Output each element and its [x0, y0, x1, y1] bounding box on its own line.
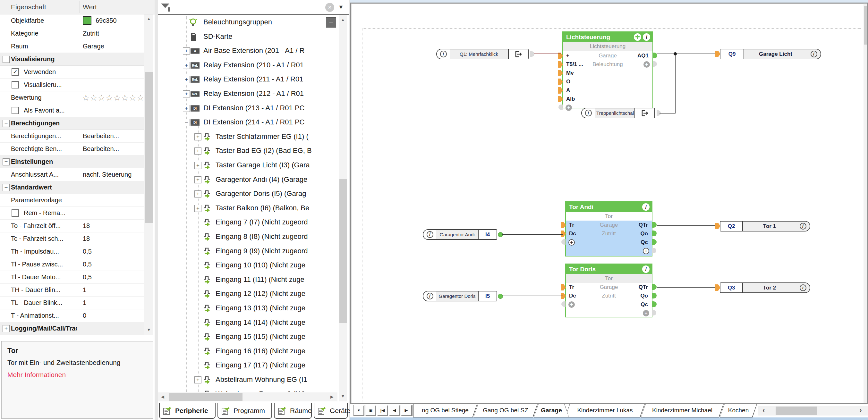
input-connector[interactable]	[558, 87, 563, 94]
tree-item[interactable]: Eingang 14 (I14) (Nicht zuge	[158, 316, 336, 330]
scroll-down-icon[interactable]: ▼	[339, 394, 347, 398]
tree-item[interactable]: +ReLRelay Extension (212 - A1 / R01	[158, 87, 336, 101]
tree-item[interactable]: +Abstellraum Wohnung EG (I1	[158, 373, 336, 387]
actuator-pill-q9[interactable]: Q9Garage Lichti	[720, 49, 821, 59]
expand-icon[interactable]: +	[3, 325, 10, 332]
property-value[interactable]: 1	[83, 286, 86, 294]
scroll-right-icon[interactable]: ▶	[328, 394, 336, 399]
block-header[interactable]: Lichtsteuerungi✚	[563, 32, 652, 42]
scroll-right-icon[interactable]: ›	[855, 406, 866, 416]
info-icon[interactable]: i	[800, 284, 806, 291]
property-value[interactable]: Garage	[83, 43, 104, 50]
tree-item[interactable]: +ReLRelay Extension (211 - A1 / R01	[158, 72, 336, 87]
property-group-row[interactable]: +Logging/Mail/Call/Track	[0, 322, 145, 335]
property-value[interactable]: 1	[83, 299, 86, 306]
properties-scrollbar[interactable]: ▲ ▼	[144, 14, 153, 335]
scrollbar-thumb[interactable]	[339, 179, 347, 323]
scrollbar-thumb[interactable]	[169, 393, 243, 401]
page-tab-kinderzimmer-michael[interactable]: Kinderzimmer Michael	[641, 404, 724, 417]
move-icon[interactable]: ✚	[634, 33, 641, 41]
tree-item[interactable]: Eingang 12 (I12) (Nicht zuge	[158, 287, 336, 301]
property-row[interactable]: KategorieZutritt	[0, 27, 145, 40]
tree-item[interactable]: Eingang 8 (I8) (Nicht zugeord	[158, 230, 336, 244]
checkbox[interactable]	[11, 209, 19, 217]
tree-item[interactable]: Eingang 13 (I13) (Nicht zuge	[158, 301, 336, 316]
function-block-andi[interactable]: Tor AndiiTorTrDc+GarageZutrittQTrQoQc+	[565, 201, 652, 257]
sensor-pill-i5[interactable]: iGaragentor DorisI5	[423, 291, 497, 301]
tree-item[interactable]: +Taster Bad EG (I2) (Bad EG, B	[158, 144, 336, 158]
collapse-icon[interactable]: −	[3, 184, 10, 191]
info-icon[interactable]: i	[643, 33, 650, 41]
expand-icon[interactable]: +	[183, 90, 190, 97]
scroll-up-icon[interactable]: ▲	[144, 17, 153, 21]
sensor-pill-q1[interactable]: iQ1: Mehrfachklick	[436, 49, 529, 59]
property-group-row[interactable]: −Berechtigungen	[0, 117, 145, 130]
input-connector[interactable]	[561, 222, 566, 228]
collapse-all-button[interactable]: −	[326, 17, 336, 28]
tree-vscrollbar[interactable]: ▲ ▼	[339, 15, 347, 401]
export-icon[interactable]	[634, 108, 654, 118]
export-icon[interactable]	[508, 50, 528, 59]
property-value[interactable]: 69c350	[96, 17, 117, 24]
property-value[interactable]: Bearbeiten...	[83, 132, 119, 140]
checkbox[interactable]: ✓	[11, 68, 19, 76]
property-row[interactable]: Berechtigungen...Bearbeiten...	[0, 130, 145, 143]
block-header[interactable]: Tor Andii	[566, 202, 652, 212]
add-output-icon[interactable]: +	[643, 248, 649, 254]
property-value[interactable]: 18	[83, 235, 90, 243]
tree-item[interactable]: Wohnzimmer Reserve 3 (I19	[158, 387, 336, 392]
info-icon[interactable]: i	[800, 223, 806, 230]
info-icon[interactable]: i	[642, 203, 650, 211]
page-tab-ng-og-bei-stiege[interactable]: ng OG bei Stiege	[413, 404, 477, 417]
info-icon[interactable]: i	[642, 265, 650, 273]
tab-programm[interactable]: Programm	[217, 403, 272, 419]
input-connector[interactable]	[561, 230, 566, 237]
input-connector[interactable]	[558, 70, 563, 76]
property-row[interactable]: Th - Impulsdau...0,5	[0, 245, 145, 258]
collapse-icon[interactable]: −	[3, 158, 10, 165]
tree-item[interactable]: −DIDI Extension (214 - A1 / R01 PC	[158, 116, 336, 130]
tab-peripherie[interactable]: Peripherie	[159, 403, 216, 419]
canvas-vscrollbar[interactable]	[864, 3, 867, 403]
property-group-row[interactable]: −Einstellungen	[0, 156, 145, 168]
tree-item[interactable]: Eingang 17 (I17) (Nicht zuge	[158, 358, 336, 373]
next-button[interactable]: ▶	[401, 405, 411, 416]
property-value[interactable]: 0,5	[83, 248, 92, 255]
tree-item[interactable]: Eingang 11 (I11) (Nicht zuge	[158, 273, 336, 287]
expand-icon[interactable]: +	[183, 105, 190, 112]
expand-icon[interactable]: +	[183, 62, 190, 69]
property-value[interactable]: Zutritt	[83, 30, 99, 37]
info-icon[interactable]: i	[440, 51, 447, 57]
tree-item[interactable]: +Taster Schlafzimmer EG (I1) (	[158, 130, 336, 144]
collapse-icon[interactable]: −	[183, 119, 190, 126]
property-row[interactable]: TL - Dauer Blink...1	[0, 297, 145, 310]
expand-icon[interactable]: +	[194, 133, 202, 140]
property-row[interactable]: Berechtigte Ben...Bearbeiten...	[0, 143, 145, 156]
tree-item[interactable]: +Garagentor Doris (I5) (Garag	[158, 187, 336, 201]
property-value[interactable]: 0,5	[83, 273, 92, 281]
property-row[interactable]: Objektfarbe69c350	[0, 14, 145, 27]
add-input-icon[interactable]: +	[568, 301, 575, 308]
tab-geräte[interactable]: Geräte	[314, 403, 348, 419]
page-tab-gang-og-bei-sz[interactable]: Gang OG bei SZ	[473, 404, 537, 417]
add-input-icon[interactable]: +	[568, 239, 575, 246]
property-row[interactable]: T - Animationst...0	[0, 310, 145, 322]
prev-button[interactable]: ◀	[389, 405, 400, 416]
filter-clear-icon[interactable]: ×	[325, 3, 334, 12]
tree-item[interactable]: +DIDI Extension (213 - A1 / R01 PC	[158, 101, 336, 116]
property-value[interactable]: 18	[83, 222, 90, 230]
expand-icon[interactable]: +	[194, 148, 202, 155]
property-row[interactable]: Tl - Pause zwisc...0,5	[0, 258, 145, 271]
page-tab-scrollbar[interactable]	[760, 406, 868, 416]
color-swatch[interactable]	[83, 17, 91, 25]
info-icon[interactable]: i	[427, 293, 433, 299]
sensor-pill-i4[interactable]: iGaragentor AndiI4	[423, 229, 497, 240]
scrollbar-thumb[interactable]	[864, 6, 867, 44]
expand-icon[interactable]: +	[194, 176, 202, 183]
property-row[interactable]: Rem - Rema...	[0, 207, 145, 220]
add-output-icon[interactable]: +	[644, 61, 650, 68]
tree-item[interactable]: +Taster Balkon (I6) (Balkon, Be	[158, 201, 336, 216]
tree-item[interactable]: Beleuchtungsgruppen−	[158, 15, 336, 30]
expand-icon[interactable]: +	[194, 190, 202, 197]
tree-item[interactable]: +Garagentor Andi (I4) (Garage	[158, 173, 336, 187]
